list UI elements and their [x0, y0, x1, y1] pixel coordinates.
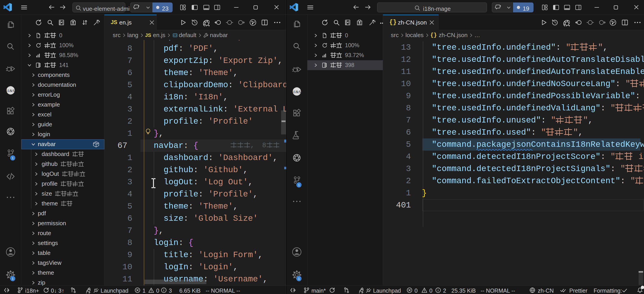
svg-text:i1&S: i1&S — [6, 89, 15, 93]
svg-text:i1&S: i1&S — [293, 90, 301, 94]
